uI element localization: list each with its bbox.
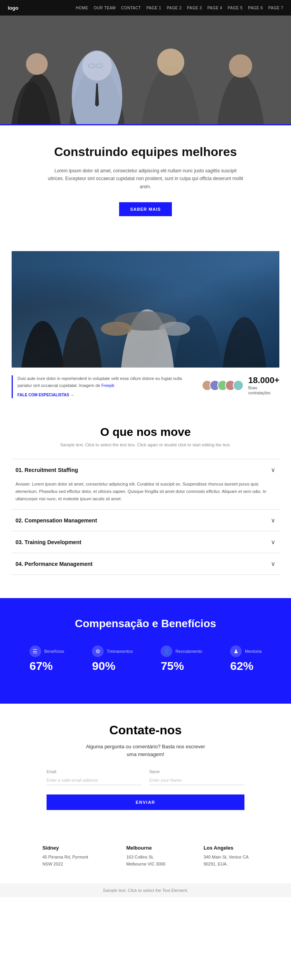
accordion-title-4: 04. Performance Management: [16, 561, 92, 567]
nav-our-team[interactable]: OUR TEAM: [94, 6, 116, 10]
office-address-0: 45 Pirrama Rd, PyrmontNSW 2022: [42, 854, 88, 867]
benefit-percent-0: 67%: [29, 659, 64, 673]
office-los-angeles: Los Angeles 340 Main St, Venice CA90291,…: [204, 845, 249, 867]
logo: logo: [8, 5, 18, 11]
chevron-icon-3: ∨: [271, 538, 275, 546]
name-group: Name: [149, 770, 244, 785]
office-melbourne: Melbourne 163 Collins St,Melbourne VIC 3…: [126, 845, 165, 867]
accordion-header-1[interactable]: 01. Recruitment Staffing ∨: [12, 459, 279, 480]
benefit-percent-2: 75%: [161, 659, 202, 673]
nav-home[interactable]: HOME: [76, 6, 88, 10]
stats-count: 18.000+: [248, 375, 279, 385]
nav-page2[interactable]: PAGE 2: [167, 6, 182, 10]
benefit-icon-row-1: ⚙ Treinamentos: [92, 645, 133, 657]
benefit-item-2: 👤 Recrutamento 75%: [161, 645, 202, 673]
benefit-percent-1: 90%: [92, 659, 133, 673]
benefit-item-0: ☰ Benefícios 67%: [29, 645, 64, 673]
name-input[interactable]: [149, 775, 244, 785]
contact-heading: Contate-nos: [47, 723, 244, 737]
freepik-link[interactable]: Freepik: [101, 383, 114, 388]
nav-page6[interactable]: PAGE 6: [248, 6, 263, 10]
accordion-body-1: Answer. Lorem ipsum dolor sit amet, cons…: [12, 480, 279, 509]
office-city-0: Sidney: [42, 845, 88, 851]
accordion-item-2: 02. Compensation Management ∨: [12, 509, 279, 531]
benefit-label-0: Benefícios: [44, 649, 64, 654]
benefit-label-1: Treinamentos: [107, 649, 133, 654]
construindo-body: Lorem ipsum dolor sit amet, consectetur …: [47, 167, 244, 191]
office-address-2: 340 Main St, Venice CA90291, EUA.: [204, 854, 249, 867]
nav-page1[interactable]: PAGE 1: [146, 6, 161, 10]
beneficios-icon: ☰: [29, 645, 41, 657]
accordion-item-1: 01. Recruitment Staffing ∨ Answer. Lorem…: [12, 459, 279, 509]
construindo-heading: Construindo equipes melhores: [47, 145, 244, 159]
contact-subtext: Alguma pergunta ou comentário? Basta nos…: [47, 743, 244, 758]
nav-links: HOME OUR TEAM CONTACT PAGE 1 PAGE 2 PAGE…: [76, 6, 283, 10]
blue-heading: Compensação e Benefícios: [16, 617, 275, 630]
accordion: 01. Recruitment Staffing ∨ Answer. Lorem…: [12, 459, 279, 575]
email-group: Email: [47, 770, 142, 785]
benefit-icon-row-0: ☰ Benefícios: [29, 645, 64, 657]
footer-hint: Sample text. Click to select the Text El…: [0, 883, 291, 897]
chevron-icon-2: ∨: [271, 517, 275, 524]
benefit-icon-row-2: 👤 Recrutamento: [161, 645, 202, 657]
navbar: logo HOME OUR TEAM CONTACT PAGE 1 PAGE 2…: [0, 0, 291, 16]
stats-text-block: Duis aute irure dolor in reprehenderit i…: [12, 375, 194, 398]
nav-page7[interactable]: PAGE 7: [268, 6, 283, 10]
office-sidney: Sidney 45 Pirrama Rd, PyrmontNSW 2022: [42, 845, 88, 867]
avatar-group: [202, 380, 244, 391]
team-photo: [12, 251, 279, 368]
stats-right: 18.000+ Boascontratações: [202, 375, 279, 395]
office-city-2: Los Angeles: [204, 845, 249, 851]
accordion-title-1: 01. Recruitment Staffing: [16, 467, 78, 473]
move-section: O que nos move Sample text. Click to sel…: [0, 406, 291, 583]
svg-point-11: [229, 54, 252, 78]
move-subtitle: Sample text. Click to select the text bo…: [12, 442, 279, 447]
accordion-header-4[interactable]: 04. Performance Management ∨: [12, 553, 279, 574]
contact-section: Contate-nos Alguma pergunta ou comentári…: [0, 704, 291, 829]
name-label: Name: [149, 770, 244, 774]
stats-description: Duis aute irure dolor in reprehenderit i…: [17, 376, 182, 388]
accordion-header-2[interactable]: 02. Compensation Management ∨: [12, 510, 279, 531]
svg-point-13: [26, 53, 48, 75]
mentoria-icon: ♟: [230, 645, 242, 657]
benefit-item-1: ⚙ Treinamentos 90%: [92, 645, 133, 673]
avatar: [233, 380, 244, 391]
construindo-section: Construindo equipes melhores Lorem ipsum…: [0, 124, 291, 239]
office-address-1: 163 Collins St,Melbourne VIC 3000: [126, 854, 165, 867]
chevron-icon-1: ∨: [271, 466, 275, 474]
saber-mais-button[interactable]: SABER MAIS: [119, 202, 171, 216]
nav-page4[interactable]: PAGE 4: [207, 6, 222, 10]
footer-hint-text: Sample text. Click to select the Text El…: [103, 888, 188, 893]
nav-contact[interactable]: CONTACT: [121, 6, 141, 10]
contact-form-row: Email Name: [47, 770, 244, 785]
move-heading: O que nos move: [12, 425, 279, 439]
benefit-percent-3: 62%: [230, 659, 262, 673]
email-label: Email: [47, 770, 142, 774]
offices-section: Sidney 45 Pirrama Rd, PyrmontNSW 2022 Me…: [0, 829, 291, 883]
accordion-header-3[interactable]: 03. Training Development ∨: [12, 531, 279, 553]
team-photo-section: [0, 239, 291, 368]
nav-page3[interactable]: PAGE 3: [187, 6, 202, 10]
benefits-row: ☰ Benefícios 67% ⚙ Treinamentos 90% 👤 Re…: [16, 645, 275, 673]
hero-section: [0, 16, 291, 124]
office-city-1: Melbourne: [126, 845, 165, 851]
benefit-item-3: ♟ Mentoria 62%: [230, 645, 262, 673]
recrutamento-icon: 👤: [161, 645, 172, 657]
accordion-title-2: 02. Compensation Management: [16, 517, 97, 524]
stats-row: Duis aute irure dolor in reprehenderit i…: [0, 368, 291, 406]
benefit-label-3: Mentoria: [245, 649, 262, 654]
nav-page5[interactable]: PAGE 5: [228, 6, 242, 10]
svg-point-9: [157, 49, 184, 76]
treinamentos-icon: ⚙: [92, 645, 104, 657]
stats-label: Boascontratações: [248, 385, 279, 395]
benefit-icon-row-3: ♟ Mentoria: [230, 645, 262, 657]
enviar-button[interactable]: ENVIAR: [47, 794, 244, 810]
accordion-item-3: 03. Training Development ∨: [12, 531, 279, 553]
stats-number-block: 18.000+ Boascontratações: [248, 375, 279, 395]
accordion-title-3: 03. Training Development: [16, 539, 81, 545]
fale-especialistas-link[interactable]: FALE COM ESPECIALISTAS →: [17, 392, 194, 398]
email-input[interactable]: [47, 775, 142, 785]
accordion-item-4: 04. Performance Management ∨: [12, 553, 279, 575]
blue-section: Compensação e Benefícios ☰ Benefícios 67…: [0, 598, 291, 704]
benefit-label-2: Recrutamento: [175, 649, 202, 654]
